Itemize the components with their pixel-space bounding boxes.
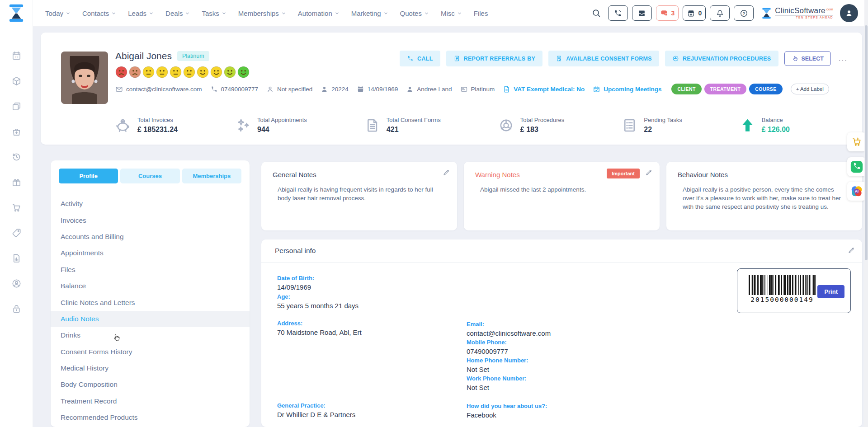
chart-report-icon[interactable] [11,253,22,263]
nav-item-quotes[interactable]: Quotes [400,9,429,17]
brand-logo[interactable]: ClinicSoftware.com TEN STEPS AHEAD [760,7,833,20]
search-icon[interactable] [591,8,601,18]
scrollbar-thumb[interactable] [865,25,868,260]
gift-icon[interactable] [11,177,22,188]
nav-item-today[interactable]: Today [45,9,71,17]
nav-item-memberships[interactable]: Memberships [238,9,286,17]
menu-item-recommended-products[interactable]: Recommended Products [51,409,250,426]
calendar-icon[interactable]: 12 [11,51,22,61]
doc-icon [364,117,380,133]
nav-item-misc[interactable]: Misc [441,9,462,17]
stat-value: £ 126.00 [762,126,790,134]
tab-profile[interactable]: Profile [59,169,118,183]
notes-row: General Notes Abigail really is having f… [261,162,862,230]
package-icon[interactable] [11,76,22,86]
important-badge: Important [607,169,640,178]
call-button[interactable]: CALL [400,51,440,66]
tab-memberships[interactable]: Memberships [182,169,241,183]
nav-item-label: Files [474,9,488,17]
inbox-icon [637,9,646,18]
add-label-button[interactable]: + Add Label [791,84,829,94]
menu-item-balance[interactable]: Balance [51,278,250,294]
rejuvenation-button[interactable]: REJUVENATION PROCEDURES [665,51,778,66]
chevron-down-icon [185,11,190,16]
select-button[interactable]: SELECT [784,51,831,66]
price-tag-icon[interactable] [11,228,22,238]
mood-frown-icon[interactable] [115,66,127,78]
mood-grin-icon[interactable] [237,66,250,78]
patient-photo[interactable] [61,52,108,104]
edit-icon[interactable] [848,247,855,254]
menu-item-accounts-and-billing[interactable]: Accounts and Billing [51,229,250,245]
mood-flat-icon[interactable] [170,66,182,78]
mood-frown-icon[interactable] [129,66,141,78]
history-icon[interactable] [11,152,22,162]
stat-value: 944 [257,126,307,134]
menu-item-treatment-record[interactable]: Treatment Record [51,393,250,409]
brand-tagline: TEN STEPS AHEAD [775,15,833,19]
contact-text: 14/09/1969 [368,86,398,93]
more-actions-button[interactable]: ... [837,54,849,63]
inbox-button[interactable] [632,5,652,21]
cart-icon[interactable] [11,202,22,213]
mood-smile-icon[interactable] [224,66,236,78]
basket-icon[interactable] [11,127,22,137]
mood-grin-icon[interactable] [210,66,222,78]
label-pill-client[interactable]: CLIENT [671,84,701,94]
menu-item-drinks[interactable]: Drinks [51,327,250,343]
stat-label: Total Invoices [137,117,178,123]
general-notes-card: General Notes Abigail really is having f… [261,162,457,230]
clinicsoftware-logo-icon[interactable] [6,3,26,23]
tab-courses[interactable]: Courses [120,169,179,183]
barcode-number: 2015000000149 [749,296,816,303]
menu-item-files[interactable]: Files [51,262,250,278]
menu-item-appointments[interactable]: Appointments [51,245,250,261]
link-vat-exempt-medical-no[interactable]: VAT Exempt Medical: No [503,85,585,93]
lock-icon[interactable] [11,304,22,314]
edit-icon[interactable] [443,169,450,176]
stat-total-procedures: Total Procedures£ 183 [498,117,565,134]
nav-item-marketing[interactable]: Marketing [351,9,388,17]
help-button[interactable]: ? [734,5,754,21]
scrollbar-track[interactable] [864,0,868,427]
ai-assistant-button[interactable]: AI [847,182,866,201]
nav-item-tasks[interactable]: Tasks [202,9,226,17]
label-pill-course[interactable]: COURSE [749,84,782,94]
contact-07490009777: 07490009777 [210,85,259,93]
dialer-button[interactable] [608,5,628,21]
stat-label: Total Consent Forms [387,117,441,123]
nav-item-leads[interactable]: Leads [128,9,154,17]
menu-item-medical-history[interactable]: Medical History [51,360,250,376]
svg-text:12: 12 [15,56,18,59]
menu-item-activity[interactable]: Activity [51,196,250,212]
mood-flat-icon[interactable] [142,66,155,78]
quick-call-button[interactable] [847,157,866,176]
report-referrals-button[interactable]: REPORT REFERRALS BY [446,51,543,66]
store-button[interactable]: 0 [683,5,706,21]
menu-item-clinic-notes-and-letters[interactable]: Clinic Notes and Letters [51,294,250,310]
mood-flat-icon[interactable] [183,66,195,78]
chat-button[interactable]: 3 [656,5,679,21]
edit-icon[interactable] [645,169,652,176]
mood-smile-icon[interactable] [197,66,209,78]
menu-item-body-composition[interactable]: Body Composition [51,376,250,393]
stat-value: 22 [644,126,682,134]
menu-item-consent-forms-history[interactable]: Consent Forms History [51,344,250,360]
user-clock-icon[interactable] [11,278,22,289]
field-label: Home Phone Number: [467,357,551,364]
nav-item-automation[interactable]: Automation [298,9,340,17]
label-pill-treatment[interactable]: TREATMENT [704,84,747,94]
user-avatar[interactable] [840,4,858,22]
menu-item-invoices[interactable]: Invoices [51,212,250,228]
print-button[interactable]: Print [817,285,844,298]
notifications-button[interactable] [710,5,730,21]
nav-item-contacts[interactable]: Contacts [82,9,116,17]
quick-cart-button[interactable] [847,132,866,151]
copy-icon[interactable] [11,101,22,112]
nav-item-deals[interactable]: Deals [165,9,190,17]
consent-forms-button[interactable]: AVAILABLE CONSENT FORMS [548,51,659,66]
link-upcoming-meetings[interactable]: Upcoming Meetings [593,85,661,93]
nav-item-files[interactable]: Files [474,9,488,17]
mood-flat-icon[interactable] [156,66,168,78]
menu-item-audio-notes[interactable]: Audio Notes [51,311,250,327]
